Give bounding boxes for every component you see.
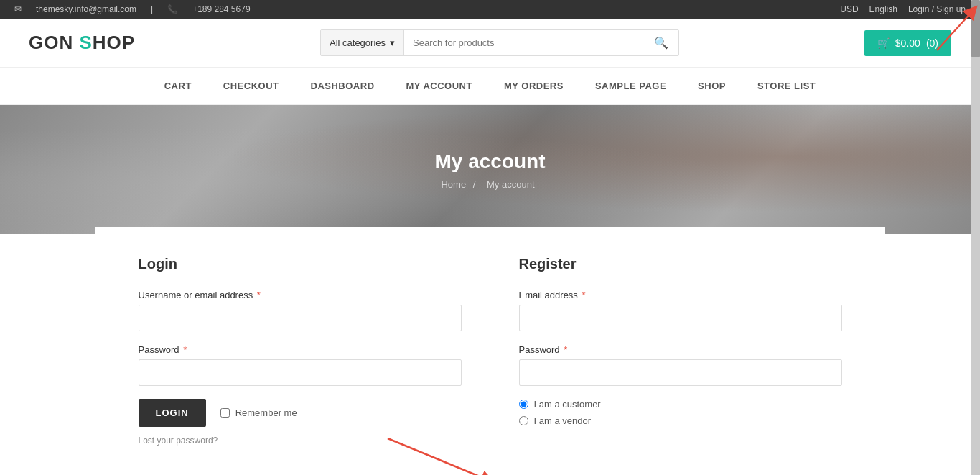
role-radio-group: I am a customer I am a vendor bbox=[519, 399, 842, 426]
chevron-down-icon: ▾ bbox=[390, 37, 395, 48]
password-input[interactable] bbox=[139, 359, 462, 386]
nav-checkout[interactable]: CHECKOUT bbox=[207, 68, 295, 104]
phone-separator: | bbox=[151, 4, 153, 14]
breadcrumb-home[interactable]: Home bbox=[441, 179, 466, 190]
breadcrumb: Home / My account bbox=[434, 179, 545, 190]
main-nav: CART CHECKOUT DASHBOARD MY ACCOUNT MY OR… bbox=[0, 68, 980, 105]
search-input[interactable] bbox=[404, 30, 644, 55]
search-button[interactable]: 🔍 bbox=[644, 30, 678, 55]
contact-email: themesky.info@gmail.com bbox=[36, 4, 136, 14]
register-heading: Register bbox=[519, 256, 842, 272]
register-section: Register Email address * Password * I am bbox=[519, 256, 842, 446]
nav-shop[interactable]: SHOP bbox=[682, 68, 742, 104]
scrollbar[interactable] bbox=[971, 0, 980, 475]
form-columns: Login Username or email address * Passwo… bbox=[139, 256, 842, 446]
reg-password-required: * bbox=[564, 344, 567, 355]
reg-password-input[interactable] bbox=[519, 359, 842, 386]
main-content: Login Username or email address * Passwo… bbox=[95, 227, 885, 475]
scrollbar-thumb[interactable] bbox=[971, 0, 980, 57]
password-label: Password * bbox=[139, 344, 462, 355]
username-group: Username or email address * bbox=[139, 290, 462, 331]
nav-my-account[interactable]: MY ACCOUNT bbox=[391, 68, 488, 104]
cart-icon: 🛒 bbox=[877, 37, 890, 49]
hero-banner: My account Home / My account bbox=[0, 105, 980, 234]
phone-icon: 📞 bbox=[167, 4, 178, 14]
cart-count: (0) bbox=[926, 37, 938, 49]
nav-my-orders[interactable]: MY ORDERS bbox=[488, 68, 579, 104]
vendor-radio[interactable] bbox=[519, 416, 528, 425]
cart-amount: $0.00 bbox=[895, 37, 920, 49]
nav-cart[interactable]: CART bbox=[149, 68, 207, 104]
breadcrumb-current: My account bbox=[487, 179, 534, 190]
reg-email-required: * bbox=[582, 290, 586, 300]
breadcrumb-separator: / bbox=[473, 179, 476, 190]
reg-password-label: Password * bbox=[519, 344, 842, 355]
login-section: Login Username or email address * Passwo… bbox=[139, 256, 462, 446]
cart-button[interactable]: 🛒 $0.00 (0) bbox=[864, 30, 951, 56]
nav-dashboard[interactable]: DASHBOARD bbox=[295, 68, 391, 104]
hero-content: My account Home / My account bbox=[434, 150, 545, 190]
search-icon: 🔍 bbox=[654, 37, 668, 49]
remember-me-checkbox[interactable] bbox=[220, 408, 230, 418]
reg-email-group: Email address * bbox=[519, 290, 842, 331]
vendor-radio-label[interactable]: I am a vendor bbox=[519, 415, 842, 426]
username-required: * bbox=[257, 290, 261, 300]
top-bar-right: USD English Login / Sign up bbox=[840, 4, 966, 14]
reg-password-group: Password * bbox=[519, 344, 842, 386]
password-group: Password * bbox=[139, 344, 462, 386]
currency-label[interactable]: USD bbox=[840, 4, 858, 14]
username-input[interactable] bbox=[139, 305, 462, 331]
search-bar: All categories ▾ 🔍 bbox=[320, 29, 679, 56]
reg-email-label: Email address * bbox=[519, 290, 842, 300]
login-signup-link[interactable]: Login / Sign up bbox=[908, 4, 966, 14]
customer-radio-label[interactable]: I am a customer bbox=[519, 399, 842, 410]
site-header: GON SHOP All categories ▾ 🔍 🛒 $0.00 (0) bbox=[0, 19, 980, 68]
remember-me-label[interactable]: Remember me bbox=[220, 407, 297, 418]
category-label: All categories bbox=[330, 37, 386, 48]
nav-sample-page[interactable]: SAMPLE PAGE bbox=[579, 68, 682, 104]
lost-password-link[interactable]: Lost your password? bbox=[139, 435, 462, 446]
login-heading: Login bbox=[139, 256, 462, 272]
hero-title: My account bbox=[434, 150, 545, 173]
logo-highlight: S bbox=[79, 32, 92, 53]
nav-store-list[interactable]: STORE LIST bbox=[742, 68, 831, 104]
login-button[interactable]: LOGIN bbox=[139, 399, 206, 427]
top-bar: ✉ themesky.info@gmail.com | 📞 +189 284 5… bbox=[0, 0, 980, 19]
top-bar-contact: ✉ themesky.info@gmail.com | 📞 +189 284 5… bbox=[14, 4, 251, 14]
login-row: LOGIN Remember me bbox=[139, 399, 462, 427]
reg-email-input[interactable] bbox=[519, 305, 842, 331]
site-logo[interactable]: GON SHOP bbox=[29, 32, 135, 54]
contact-phone: +189 284 5679 bbox=[192, 4, 250, 14]
language-label[interactable]: English bbox=[869, 4, 897, 14]
password-required: * bbox=[183, 344, 187, 355]
category-dropdown[interactable]: All categories ▾ bbox=[321, 30, 404, 55]
email-icon: ✉ bbox=[14, 4, 22, 14]
customer-radio[interactable] bbox=[519, 400, 528, 409]
username-label: Username or email address * bbox=[139, 290, 462, 300]
